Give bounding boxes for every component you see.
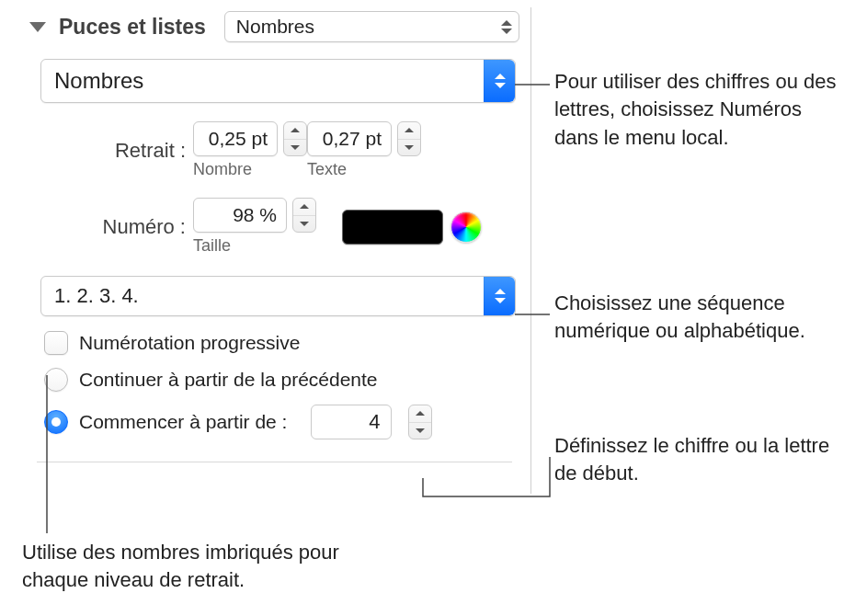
indent-label: Retrait :: [59, 139, 193, 163]
progressive-numbering-row: Numérotation progressive: [29, 331, 519, 355]
disclosure-triangle-icon[interactable]: [29, 22, 46, 32]
indent-text-input[interactable]: 0,27 pt: [307, 121, 392, 156]
number-label: Numéro :: [59, 215, 193, 239]
bullet-style-value: Nombres: [54, 68, 484, 94]
stepper-up-down-icon: [484, 60, 515, 102]
indent-number-input[interactable]: 0,25 pt: [193, 121, 278, 156]
callout-numbers: Pour utiliser des chiffres ou des lettre…: [554, 68, 839, 152]
color-swatch[interactable]: [342, 210, 443, 245]
start-from-row: Commencer à partir de : 4: [29, 405, 519, 439]
start-from-input[interactable]: 4: [311, 405, 392, 439]
number-row: Numéro : 98 % Taille: [29, 198, 519, 256]
chevron-up-down-icon: [495, 20, 519, 34]
callout-sequence: Choisissez une séquence numérique ou alp…: [554, 290, 830, 346]
bullet-style-dropdown[interactable]: Nombres: [40, 59, 516, 103]
number-size-value: 98 %: [194, 204, 286, 226]
continue-radio-label: Continuer à partir de la précédente: [79, 369, 378, 391]
section-header: Puces et listes Nombres: [29, 11, 519, 42]
sequence-dropdown[interactable]: 1. 2. 3. 4.: [40, 276, 516, 316]
continue-radio[interactable]: [44, 368, 68, 392]
divider: [37, 462, 512, 462]
progressive-numbering-label: Numérotation progressive: [79, 332, 300, 354]
indent-text-value: 0,27 pt: [308, 128, 391, 150]
indent-text-stepper[interactable]: [397, 121, 421, 156]
list-style-value: Nombres: [236, 16, 495, 38]
color-wheel-icon[interactable]: [451, 211, 482, 243]
section-title: Puces et listes: [59, 15, 206, 40]
indent-row: Retrait : 0,25 pt Nombre 0,27 pt Texte: [29, 121, 519, 179]
start-from-radio-label: Commencer à partir de :: [79, 411, 287, 433]
number-size-sublabel: Taille: [193, 236, 231, 256]
stepper-up-down-icon: [484, 277, 515, 315]
indent-text-sublabel: Texte: [307, 160, 347, 179]
start-from-value: 4: [369, 410, 380, 434]
number-size-input[interactable]: 98 %: [193, 198, 287, 233]
callout-start: Définissez le chiffre ou la lettre de dé…: [554, 432, 830, 488]
continue-from-previous-row: Continuer à partir de la précédente: [29, 368, 519, 392]
sequence-value: 1. 2. 3. 4.: [54, 284, 484, 308]
list-style-dropdown[interactable]: Nombres: [224, 11, 519, 42]
callout-nested: Utilise des nombres imbriqués pour chaqu…: [22, 539, 390, 595]
indent-number-sublabel: Nombre: [193, 160, 252, 179]
start-from-stepper[interactable]: [408, 405, 432, 439]
start-from-radio[interactable]: [44, 410, 68, 434]
indent-number-value: 0,25 pt: [194, 128, 277, 150]
number-size-stepper[interactable]: [292, 198, 316, 233]
bullets-lists-panel: Puces et listes Nombres Nombres Retrait …: [20, 7, 531, 494]
indent-number-stepper[interactable]: [283, 121, 307, 156]
progressive-numbering-checkbox[interactable]: [44, 331, 68, 355]
